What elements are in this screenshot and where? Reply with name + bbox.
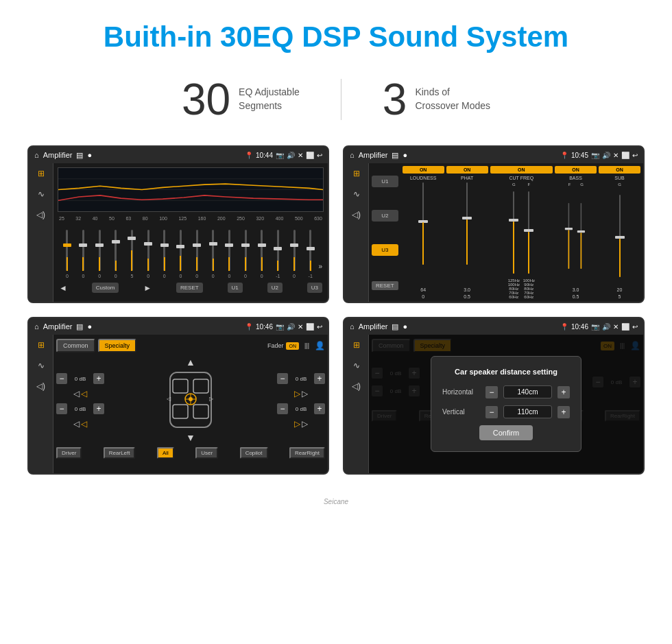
dist-location-icon: 📍 <box>560 323 568 331</box>
sp-camera-icon[interactable]: 📷 <box>276 323 284 331</box>
dist-x-icon[interactable]: ✕ <box>613 323 619 331</box>
dist-back-icon[interactable]: ↩ <box>632 323 638 331</box>
cx-u3-btn[interactable]: U3 <box>372 244 398 256</box>
eq-volume-icon[interactable]: 🔊 <box>287 152 295 159</box>
dist-home-icon[interactable]: ⌂ <box>350 322 355 331</box>
cx-camera-icon[interactable]: 📷 <box>591 152 599 159</box>
custom-btn[interactable]: Custom <box>92 283 119 293</box>
u3-btn[interactable]: U3 <box>307 283 322 293</box>
sp-side-wave-icon[interactable]: ∿ <box>38 361 45 370</box>
sp-rr-minus[interactable]: − <box>277 403 288 414</box>
sp-rf-minus[interactable]: − <box>277 373 288 384</box>
sp-location-icon: 📍 <box>245 323 253 331</box>
eq-freq-labels: 2532405063 80100125160200 25032040050063… <box>58 216 324 221</box>
eq-graph <box>58 167 324 212</box>
cx-u1-btn[interactable]: U1 <box>372 176 398 187</box>
home-icon[interactable]: ⌂ <box>34 151 39 159</box>
sp-user-btn[interactable]: User <box>195 447 218 459</box>
eq-camera-icon[interactable]: 📷 <box>276 152 284 159</box>
dialog-vertical-minus[interactable]: − <box>485 406 498 418</box>
dialog-horizontal-minus[interactable]: − <box>485 386 498 398</box>
eq-side-volume-icon[interactable]: ◁) <box>36 210 45 219</box>
cx-u2-btn[interactable]: U2 <box>372 210 398 222</box>
sp-fader-on[interactable]: ON <box>286 342 299 350</box>
svg-rect-26 <box>173 379 188 393</box>
sp-lf-plus[interactable]: + <box>93 373 104 384</box>
dist-side-wave-icon[interactable]: ∿ <box>353 361 360 370</box>
cx-side-volume-icon[interactable]: ◁) <box>352 210 361 219</box>
sp-lf-minus[interactable]: − <box>56 373 67 384</box>
cx-phat-toggle[interactable]: ON <box>446 166 488 174</box>
cx-side-eq-icon[interactable]: ⊞ <box>353 169 360 178</box>
sp-right-front-db: − 0 dB + <box>277 373 325 384</box>
eq-menu-icon[interactable]: ▤ <box>76 151 83 160</box>
cx-home-icon[interactable]: ⌂ <box>350 151 355 159</box>
sp-driver-btn[interactable]: Driver <box>56 447 82 459</box>
sp-arrow-down[interactable]: ▼ <box>186 432 195 443</box>
cx-cutfreq-toggle[interactable]: ON <box>490 166 553 174</box>
fader-12: 0 <box>254 230 270 278</box>
sp-back-icon[interactable]: ↩ <box>317 323 322 331</box>
reset-btn[interactable]: RESET <box>176 283 203 293</box>
cx-screen-icon[interactable]: ⬜ <box>621 152 629 159</box>
dialog-vertical-plus[interactable]: + <box>557 406 570 418</box>
dialog-horizontal-plus[interactable]: + <box>557 386 570 398</box>
eq-side-eq-icon[interactable]: ⊞ <box>38 169 45 178</box>
u2-btn[interactable]: U2 <box>267 283 283 293</box>
cx-sub-toggle[interactable]: ON <box>599 166 640 174</box>
sp-common-tab[interactable]: Common <box>56 339 95 353</box>
dist-side-volume-icon[interactable]: ◁) <box>352 381 361 391</box>
sp-side-eq-icon[interactable]: ⊞ <box>38 340 45 350</box>
eq-x-icon[interactable]: ✕ <box>298 152 303 159</box>
cx-x-icon[interactable]: ✕ <box>613 152 619 159</box>
eq-screen: ⌂ Amplifier ▤ ● 📍 10:44 📷 🔊 ✕ ⬜ ↩ ⊞ ∿ ◁) <box>27 145 329 303</box>
eq-play-icon[interactable]: ► <box>143 283 152 293</box>
sp-arrow-up[interactable]: ▲ <box>186 357 195 368</box>
eq-prev-icon[interactable]: ◄ <box>59 283 67 293</box>
fader-7: 0 <box>173 230 189 278</box>
fader-8: 0 <box>189 230 205 278</box>
cx-side-wave-icon[interactable]: ∿ <box>353 189 360 199</box>
sp-lr-minus[interactable]: − <box>56 403 67 414</box>
sp-side-volume-icon[interactable]: ◁) <box>36 381 45 391</box>
eq-screen-icon[interactable]: ⬜ <box>306 152 314 159</box>
sp-specialty-tab[interactable]: Specialty <box>98 339 137 353</box>
fader-14: 0 <box>286 230 302 278</box>
sp-x-icon[interactable]: ✕ <box>298 323 303 331</box>
u1-btn[interactable]: U1 <box>228 283 243 293</box>
cx-bass-toggle[interactable]: ON <box>555 166 597 174</box>
dialog-vertical-input[interactable]: 110cm <box>503 405 552 418</box>
eq-back-icon[interactable]: ↩ <box>317 152 322 159</box>
sp-rearright-btn[interactable]: RearRight <box>289 447 325 459</box>
sp-all-btn[interactable]: All <box>157 447 174 459</box>
cx-band-cutfreq: ON CUT FREQ G <box>490 166 553 299</box>
eq-location-icon: 📍 <box>245 152 253 159</box>
sp-menu-icon[interactable]: ▤ <box>76 322 83 331</box>
sp-left-front-db: − 0 dB + <box>56 373 104 384</box>
cx-loudness-toggle[interactable]: ON <box>403 166 444 174</box>
dist-camera-icon[interactable]: 📷 <box>591 323 599 331</box>
sp-copilot-btn[interactable]: Copilot <box>240 447 268 459</box>
dist-menu-icon[interactable]: ▤ <box>392 322 398 331</box>
dist-volume-icon[interactable]: 🔊 <box>602 323 610 331</box>
dist-side-eq-icon[interactable]: ⊞ <box>353 340 360 350</box>
sp-rf-plus[interactable]: + <box>314 373 325 384</box>
sp-side-panel: ⊞ ∿ ◁) <box>29 335 53 473</box>
cx-back-icon[interactable]: ↩ <box>632 152 638 159</box>
sp-volume-icon[interactable]: 🔊 <box>287 323 295 331</box>
dist-screen-icon[interactable]: ⬜ <box>621 323 629 331</box>
sp-screen-icon[interactable]: ⬜ <box>306 323 314 331</box>
dialog-horizontal-input[interactable]: 140cm <box>503 385 552 398</box>
confirm-button[interactable]: Confirm <box>479 425 533 440</box>
cx-reset-btn[interactable]: RESET <box>372 281 398 290</box>
sp-fader-label: Fader <box>267 342 284 349</box>
sp-home-icon[interactable]: ⌂ <box>34 322 39 331</box>
sp-lr-plus[interactable]: + <box>93 403 104 414</box>
sp-lr-speaker-icon: ◁ <box>73 419 80 429</box>
sp-rr-plus[interactable]: + <box>314 403 325 414</box>
svg-rect-21 <box>580 232 581 269</box>
cx-volume-icon[interactable]: 🔊 <box>602 152 610 159</box>
cx-menu-icon[interactable]: ▤ <box>392 151 398 160</box>
eq-side-wave-icon[interactable]: ∿ <box>38 189 45 199</box>
sp-rearleft-btn[interactable]: RearLeft <box>104 447 136 459</box>
